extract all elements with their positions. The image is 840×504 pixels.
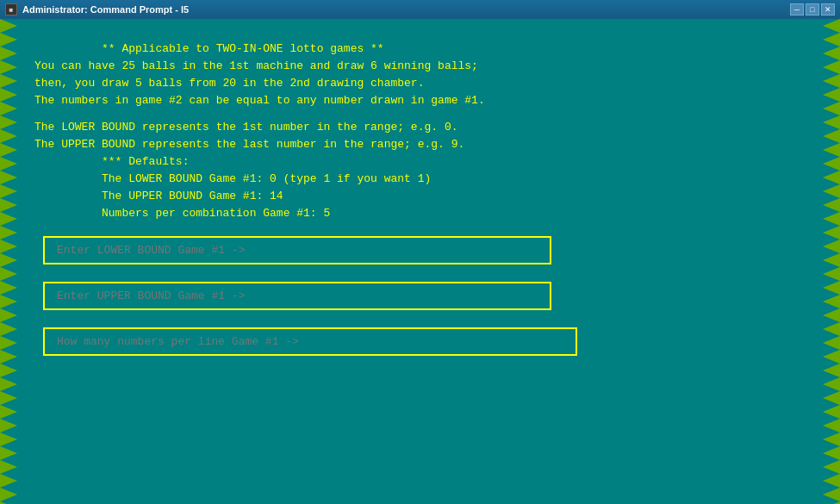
info-line-6: The LOWER BOUND represents the 1st numbe… [34,119,806,136]
info-line-8: *** Defaults: [34,153,806,171]
main-window: ** Applicable to TWO-IN-ONE lotto games … [0,19,840,504]
info-line-3: then, you draw 5 balls from 20 in the 2n… [34,75,806,92]
lower-bound-row [34,236,806,264]
upper-bound-row [34,282,806,310]
maximize-button[interactable]: □ [806,3,819,16]
left-sawtooth-border [0,19,17,504]
upper-bound-input[interactable] [43,282,551,310]
info-line-11: Numbers per combination Game #1: 5 [34,205,806,222]
svg-rect-3 [823,19,840,504]
right-sawtooth-border [823,19,840,504]
info-line-1: ** Applicable to TWO-IN-ONE lotto games … [34,40,806,58]
info-line-9: The LOWER BOUND Game #1: 0 (type 1 if yo… [34,171,806,188]
close-button[interactable]: ✕ [821,3,835,16]
terminal-content: ** Applicable to TWO-IN-ONE lotto games … [17,19,823,504]
title-bar: ■ Administrator: Command Prompt - I5 ─ □… [0,0,840,19]
lower-bound-input[interactable] [43,236,551,264]
info-line-4: The numbers in game #2 can be equal to a… [34,92,806,109]
numbers-per-line-row [34,327,806,356]
info-line-10: The UPPER BOUND Game #1: 14 [34,188,806,205]
svg-rect-1 [0,19,17,504]
window-icon: ■ [5,3,17,16]
info-line-7: The UPPER BOUND represents the last numb… [34,136,806,153]
info-line-2: You can have 25 balls in the 1st machine… [34,58,806,75]
window-controls: ─ □ ✕ [790,3,835,16]
minimize-button[interactable]: ─ [790,3,804,16]
numbers-per-line-input[interactable] [43,327,577,356]
window-title: Administrator: Command Prompt - I5 [22,4,785,15]
